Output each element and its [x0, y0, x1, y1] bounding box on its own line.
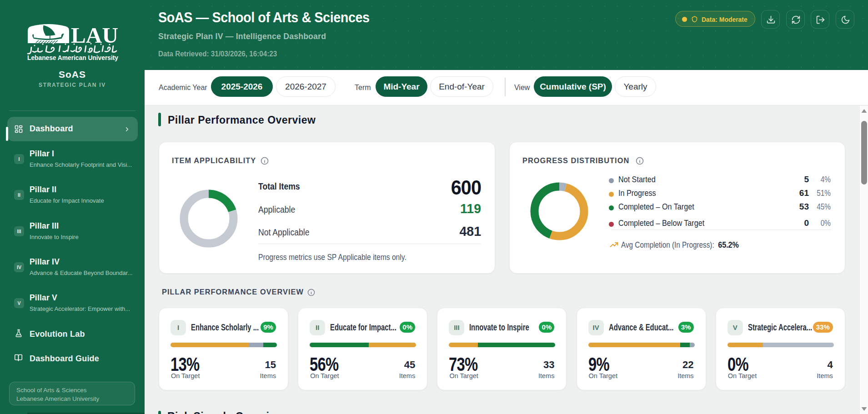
- svg-text:Lebanese American University: Lebanese American University: [27, 54, 118, 61]
- svg-text:LAU: LAU: [71, 23, 118, 48]
